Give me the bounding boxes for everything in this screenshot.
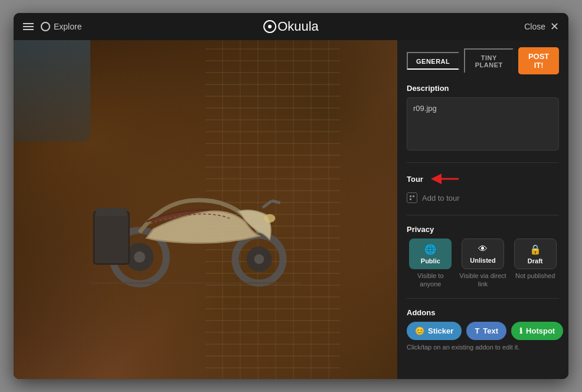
tabs-row: GENERAL TINY PLANET POST IT! bbox=[397, 40, 568, 74]
privacy-label: Privacy bbox=[407, 225, 559, 234]
hotspot-button[interactable]: ℹ Hotspot bbox=[511, 322, 563, 340]
tab-tiny-planet[interactable]: TINY PLANET bbox=[464, 48, 514, 73]
tour-icon bbox=[407, 192, 417, 203]
scooter-image bbox=[90, 125, 302, 312]
addons-section: Addons 😊 Sticker T Text ℹ Hotspot bbox=[407, 308, 559, 351]
photo-background bbox=[14, 40, 397, 379]
tour-label: Tour bbox=[407, 175, 423, 184]
addon-hint: Click/tap on an existing addon to edit i… bbox=[407, 344, 559, 351]
privacy-public-button[interactable]: 🌐 Public bbox=[409, 239, 452, 269]
sticker-button[interactable]: 😊 Sticker bbox=[407, 322, 462, 340]
public-icon: 🌐 bbox=[424, 244, 436, 255]
text-button[interactable]: T Text bbox=[466, 322, 506, 340]
public-label: Public bbox=[421, 257, 440, 264]
red-arrow-icon bbox=[428, 172, 460, 185]
description-label: Description bbox=[407, 84, 559, 93]
svg-rect-14 bbox=[413, 195, 414, 197]
svg-rect-15 bbox=[410, 198, 411, 200]
draft-label: Draft bbox=[528, 257, 543, 264]
logo-text: Okuula bbox=[277, 19, 319, 34]
unlisted-icon: 👁 bbox=[478, 244, 488, 254]
post-button[interactable]: POST IT! bbox=[518, 47, 559, 74]
privacy-option-draft: 🔒 Draft Not published bbox=[511, 239, 559, 289]
right-panel: GENERAL TINY PLANET POST IT! Description… bbox=[397, 40, 568, 379]
hotspot-label: Hotspot bbox=[526, 326, 555, 335]
privacy-option-unlisted: 👁 Unlisted Visible via direct link bbox=[459, 239, 507, 289]
hotspot-icon: ℹ bbox=[519, 326, 522, 335]
svg-point-8 bbox=[264, 214, 275, 222]
sticker-label: Sticker bbox=[428, 326, 453, 335]
unlisted-label: Unlisted bbox=[470, 257, 495, 264]
draft-desc: Not published bbox=[515, 272, 555, 280]
privacy-section: Privacy 🌐 Public Visible to anyone bbox=[407, 225, 559, 289]
close-icon[interactable]: ✕ bbox=[550, 20, 559, 33]
svg-point-2 bbox=[134, 251, 145, 262]
svg-line-6 bbox=[263, 201, 272, 208]
globe-icon bbox=[41, 22, 50, 31]
app-window: Explore Okuula Close ✕ bbox=[14, 13, 568, 379]
divider-2 bbox=[407, 215, 559, 215]
close-label: Close bbox=[524, 22, 545, 31]
privacy-draft-button[interactable]: 🔒 Draft bbox=[514, 239, 557, 269]
addon-buttons: 😊 Sticker T Text ℹ Hotspot bbox=[407, 322, 559, 340]
privacy-unlisted-button[interactable]: 👁 Unlisted bbox=[462, 239, 504, 269]
tab-general[interactable]: GENERAL bbox=[407, 52, 459, 70]
top-bar-left: Explore bbox=[23, 22, 81, 31]
svg-line-7 bbox=[272, 201, 280, 203]
photo-area bbox=[14, 40, 397, 379]
add-to-tour-label: Add to tour bbox=[422, 194, 460, 202]
close-area[interactable]: Close ✕ bbox=[524, 20, 559, 33]
description-input[interactable]: r09.jpg bbox=[407, 97, 559, 151]
svg-rect-13 bbox=[410, 195, 411, 197]
tour-section: Tour bbox=[407, 172, 559, 205]
description-section: Description r09.jpg bbox=[407, 84, 559, 153]
explore-button[interactable]: Explore bbox=[41, 22, 81, 31]
add-to-tour-button[interactable]: Add to tour bbox=[407, 190, 559, 205]
panel-body: Description r09.jpg Tour bbox=[397, 74, 568, 360]
menu-icon[interactable] bbox=[23, 23, 34, 30]
top-bar: Explore Okuula Close ✕ bbox=[14, 13, 568, 40]
svg-rect-10 bbox=[96, 207, 127, 215]
sticker-icon: 😊 bbox=[415, 326, 424, 335]
logo-icon bbox=[263, 20, 276, 33]
text-label: Text bbox=[483, 326, 498, 335]
svg-rect-9 bbox=[94, 211, 129, 263]
explore-label: Explore bbox=[54, 22, 81, 31]
public-desc: Visible to anyone bbox=[407, 272, 455, 289]
main-content: GENERAL TINY PLANET POST IT! Description… bbox=[14, 40, 568, 379]
svg-point-5 bbox=[254, 254, 264, 264]
privacy-option-public: 🌐 Public Visible to anyone bbox=[407, 239, 455, 289]
logo: Okuula bbox=[263, 19, 319, 34]
draft-icon: 🔒 bbox=[529, 244, 541, 255]
addons-label: Addons bbox=[407, 308, 559, 317]
divider-1 bbox=[407, 162, 559, 163]
divider-3 bbox=[407, 298, 559, 299]
privacy-buttons: 🌐 Public Visible to anyone 👁 Unlisted bbox=[407, 239, 559, 289]
text-icon: T bbox=[475, 326, 479, 335]
unlisted-desc: Visible via direct link bbox=[459, 272, 507, 289]
